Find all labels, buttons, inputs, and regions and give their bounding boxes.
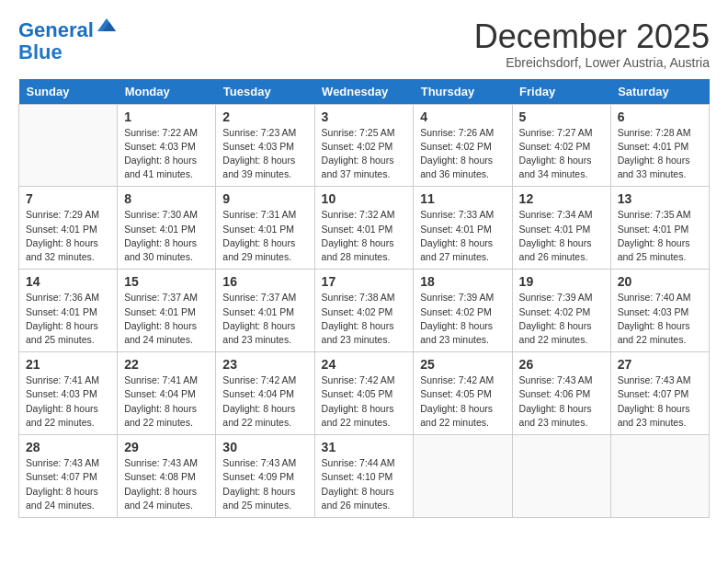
calendar-cell: 4Sunrise: 7:26 AM Sunset: 4:02 PM Daylig…: [414, 104, 512, 187]
calendar-cell: 9Sunrise: 7:31 AM Sunset: 4:01 PM Daylig…: [216, 187, 314, 270]
calendar-cell: 1Sunrise: 7:22 AM Sunset: 4:03 PM Daylig…: [118, 104, 216, 187]
day-info: Sunrise: 7:27 AM Sunset: 4:02 PM Dayligh…: [519, 126, 604, 182]
calendar-cell: 14Sunrise: 7:36 AM Sunset: 4:01 PM Dayli…: [19, 270, 118, 352]
calendar-body: 1Sunrise: 7:22 AM Sunset: 4:03 PM Daylig…: [19, 104, 710, 517]
day-number: 9: [222, 191, 307, 206]
day-number: 17: [322, 274, 407, 289]
calendar-cell: 16Sunrise: 7:37 AM Sunset: 4:01 PM Dayli…: [216, 270, 314, 352]
calendar-cell: 28Sunrise: 7:43 AM Sunset: 4:07 PM Dayli…: [19, 435, 118, 518]
day-info: Sunrise: 7:34 AM Sunset: 4:01 PM Dayligh…: [519, 208, 604, 264]
day-number: 3: [322, 109, 407, 124]
day-number: 4: [420, 109, 505, 124]
day-number: 1: [124, 109, 209, 124]
calendar-week-2: 7Sunrise: 7:29 AM Sunset: 4:01 PM Daylig…: [19, 187, 710, 270]
calendar-cell: [610, 435, 709, 518]
calendar-cell: 22Sunrise: 7:41 AM Sunset: 4:04 PM Dayli…: [118, 352, 216, 435]
calendar-cell: [414, 435, 512, 518]
location-subtitle: Ebreichsdorf, Lower Austria, Austria: [474, 55, 710, 70]
calendar-cell: 18Sunrise: 7:39 AM Sunset: 4:02 PM Dayli…: [414, 270, 512, 352]
day-number: 22: [124, 357, 209, 372]
calendar-cell: 10Sunrise: 7:32 AM Sunset: 4:01 PM Dayli…: [314, 187, 414, 270]
calendar-week-3: 14Sunrise: 7:36 AM Sunset: 4:01 PM Dayli…: [19, 270, 710, 352]
day-number: 18: [420, 274, 505, 289]
day-info: Sunrise: 7:41 AM Sunset: 4:04 PM Dayligh…: [124, 373, 209, 430]
day-info: Sunrise: 7:37 AM Sunset: 4:01 PM Dayligh…: [124, 291, 209, 347]
calendar-cell: 13Sunrise: 7:35 AM Sunset: 4:01 PM Dayli…: [610, 187, 709, 270]
day-info: Sunrise: 7:35 AM Sunset: 4:01 PM Dayligh…: [618, 208, 702, 264]
calendar-cell: 2Sunrise: 7:23 AM Sunset: 4:03 PM Daylig…: [216, 104, 314, 187]
day-info: Sunrise: 7:43 AM Sunset: 4:07 PM Dayligh…: [26, 456, 110, 512]
calendar-cell: 29Sunrise: 7:43 AM Sunset: 4:08 PM Dayli…: [118, 435, 216, 518]
calendar-cell: [19, 104, 118, 187]
day-number: 25: [420, 357, 505, 372]
day-info: Sunrise: 7:40 AM Sunset: 4:03 PM Dayligh…: [618, 291, 702, 347]
day-number: 13: [618, 191, 702, 206]
calendar-week-1: 1Sunrise: 7:22 AM Sunset: 4:03 PM Daylig…: [19, 104, 710, 187]
calendar-table: SundayMondayTuesdayWednesdayThursdayFrid…: [18, 79, 710, 518]
calendar-cell: 21Sunrise: 7:41 AM Sunset: 4:03 PM Dayli…: [19, 352, 118, 435]
day-number: 27: [618, 357, 702, 372]
day-info: Sunrise: 7:44 AM Sunset: 4:10 PM Dayligh…: [322, 456, 407, 512]
page-header: GeneralBlue December 2025 Ebreichsdorf, …: [18, 18, 710, 70]
day-info: Sunrise: 7:36 AM Sunset: 4:01 PM Dayligh…: [26, 291, 110, 347]
day-info: Sunrise: 7:41 AM Sunset: 4:03 PM Dayligh…: [26, 373, 110, 430]
day-info: Sunrise: 7:38 AM Sunset: 4:02 PM Dayligh…: [322, 291, 407, 347]
calendar-cell: 6Sunrise: 7:28 AM Sunset: 4:01 PM Daylig…: [610, 104, 709, 187]
column-header-monday: Monday: [118, 79, 216, 105]
day-info: Sunrise: 7:28 AM Sunset: 4:01 PM Dayligh…: [618, 126, 702, 182]
column-header-wednesday: Wednesday: [314, 79, 414, 105]
day-number: 21: [26, 357, 110, 372]
calendar-week-4: 21Sunrise: 7:41 AM Sunset: 4:03 PM Dayli…: [19, 352, 710, 435]
calendar-cell: 31Sunrise: 7:44 AM Sunset: 4:10 PM Dayli…: [314, 435, 414, 518]
day-info: Sunrise: 7:43 AM Sunset: 4:07 PM Dayligh…: [618, 373, 702, 430]
day-info: Sunrise: 7:23 AM Sunset: 4:03 PM Dayligh…: [222, 126, 307, 182]
day-number: 8: [124, 191, 209, 206]
day-number: 15: [124, 274, 209, 289]
calendar-cell: 27Sunrise: 7:43 AM Sunset: 4:07 PM Dayli…: [610, 352, 709, 435]
column-header-thursday: Thursday: [414, 79, 512, 105]
calendar-cell: 19Sunrise: 7:39 AM Sunset: 4:02 PM Dayli…: [512, 270, 610, 352]
day-number: 31: [322, 440, 407, 454]
day-number: 2: [222, 109, 307, 124]
calendar-cell: 26Sunrise: 7:43 AM Sunset: 4:06 PM Dayli…: [512, 352, 610, 435]
day-number: 29: [124, 440, 209, 454]
day-number: 14: [26, 274, 110, 289]
day-number: 26: [519, 357, 604, 372]
calendar-cell: 7Sunrise: 7:29 AM Sunset: 4:01 PM Daylig…: [19, 187, 118, 270]
calendar-cell: 23Sunrise: 7:42 AM Sunset: 4:04 PM Dayli…: [216, 352, 314, 435]
day-info: Sunrise: 7:26 AM Sunset: 4:02 PM Dayligh…: [420, 126, 505, 182]
day-info: Sunrise: 7:37 AM Sunset: 4:01 PM Dayligh…: [222, 291, 307, 347]
calendar-cell: 12Sunrise: 7:34 AM Sunset: 4:01 PM Dayli…: [512, 187, 610, 270]
logo-text: GeneralBlue: [18, 18, 118, 63]
day-number: 28: [26, 440, 110, 454]
day-number: 16: [222, 274, 307, 289]
calendar-cell: 8Sunrise: 7:30 AM Sunset: 4:01 PM Daylig…: [118, 187, 216, 270]
day-info: Sunrise: 7:42 AM Sunset: 4:05 PM Dayligh…: [420, 373, 505, 430]
calendar-cell: 24Sunrise: 7:42 AM Sunset: 4:05 PM Dayli…: [314, 352, 414, 435]
day-number: 5: [519, 109, 604, 124]
column-header-tuesday: Tuesday: [216, 79, 314, 105]
calendar-week-5: 28Sunrise: 7:43 AM Sunset: 4:07 PM Dayli…: [19, 435, 710, 518]
day-info: Sunrise: 7:30 AM Sunset: 4:01 PM Dayligh…: [124, 208, 209, 264]
calendar-cell: 30Sunrise: 7:43 AM Sunset: 4:09 PM Dayli…: [216, 435, 314, 518]
day-info: Sunrise: 7:22 AM Sunset: 4:03 PM Dayligh…: [124, 126, 209, 182]
day-info: Sunrise: 7:42 AM Sunset: 4:04 PM Dayligh…: [222, 373, 307, 430]
day-info: Sunrise: 7:43 AM Sunset: 4:09 PM Dayligh…: [222, 456, 307, 512]
day-info: Sunrise: 7:32 AM Sunset: 4:01 PM Dayligh…: [322, 208, 407, 264]
day-number: 6: [618, 109, 702, 124]
column-header-sunday: Sunday: [19, 79, 118, 105]
calendar-header-row: SundayMondayTuesdayWednesdayThursdayFrid…: [19, 79, 710, 105]
day-info: Sunrise: 7:33 AM Sunset: 4:01 PM Dayligh…: [420, 208, 505, 264]
day-info: Sunrise: 7:43 AM Sunset: 4:08 PM Dayligh…: [124, 456, 209, 512]
calendar-cell: 3Sunrise: 7:25 AM Sunset: 4:02 PM Daylig…: [314, 104, 414, 187]
logo: GeneralBlue: [18, 18, 118, 63]
calendar-cell: 5Sunrise: 7:27 AM Sunset: 4:02 PM Daylig…: [512, 104, 610, 187]
day-number: 20: [618, 274, 702, 289]
day-number: 11: [420, 191, 505, 206]
day-info: Sunrise: 7:39 AM Sunset: 4:02 PM Dayligh…: [519, 291, 604, 347]
calendar-cell: 25Sunrise: 7:42 AM Sunset: 4:05 PM Dayli…: [414, 352, 512, 435]
calendar-cell: 17Sunrise: 7:38 AM Sunset: 4:02 PM Dayli…: [314, 270, 414, 352]
day-number: 23: [222, 357, 307, 372]
day-info: Sunrise: 7:29 AM Sunset: 4:01 PM Dayligh…: [26, 208, 110, 264]
day-number: 10: [322, 191, 407, 206]
